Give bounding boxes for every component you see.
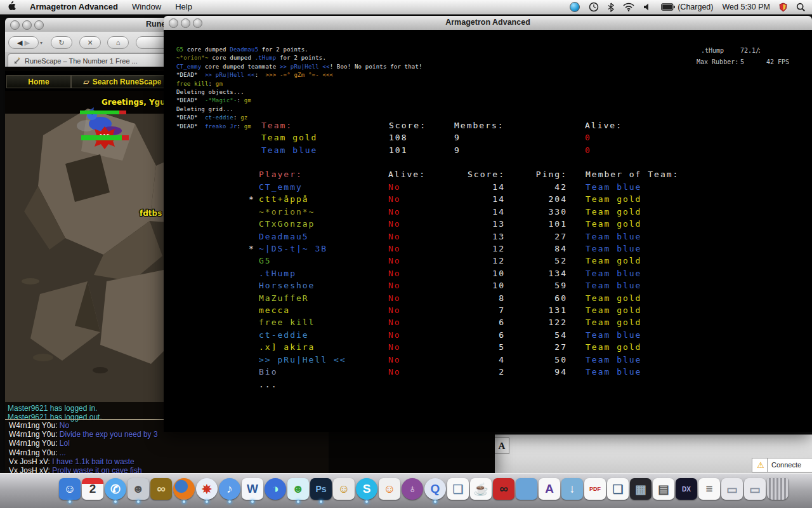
zoom-button[interactable] — [34, 20, 44, 30]
dock-item-text-doc[interactable]: ≡ — [698, 475, 721, 503]
dock-item-globe-megaphone[interactable]: ♁ — [401, 475, 424, 503]
tab-runescape[interactable]: RuneScape – The Number 1 Free ... — [8, 53, 171, 67]
menu-window[interactable]: Window — [125, 0, 168, 14]
player-label-text: fdtbs — [140, 209, 162, 218]
log-line: Master9621 has logged out. — [8, 413, 102, 422]
dock-item-photo-stack[interactable]: ❏ — [606, 475, 629, 503]
rs-home-button[interactable]: Home — [6, 75, 71, 88]
a-button[interactable]: A — [494, 438, 509, 454]
photo-stack-glyph: ❏ — [612, 482, 623, 497]
apple-menu[interactable] — [0, 0, 23, 14]
dock-item-skype[interactable]: S — [355, 475, 378, 503]
dock-item-finder[interactable]: ☺ — [58, 475, 81, 503]
player-ping: 101 — [519, 219, 567, 229]
player-alive: No — [388, 355, 401, 364]
bluetooth-icon[interactable] — [608, 3, 614, 12]
photoshop-glyph: Ps — [315, 484, 326, 494]
player-team: Team gold — [586, 293, 641, 303]
console-segment: CT_emmy — [176, 64, 201, 70]
word-glyph: W — [247, 482, 258, 496]
dock-item-coder-guy[interactable]: ☺ — [332, 475, 355, 503]
close-button[interactable] — [10, 20, 20, 30]
player-score: 14 — [430, 182, 505, 192]
battery-icon[interactable] — [661, 3, 675, 11]
stop-button[interactable]: ✕ — [79, 36, 101, 49]
player-ping: 122 — [519, 318, 567, 327]
console-line: Deleting objects... — [176, 89, 244, 95]
app-menu-title[interactable]: Armagetron Advanced — [23, 0, 125, 14]
player-row: free killNo6122Team gold — [164, 318, 812, 330]
chevron-down-icon[interactable]: ▾ — [40, 40, 43, 46]
dock-item-goggles-gold[interactable]: ∞ — [150, 475, 173, 503]
desktop: Pa A ⚠ Connecte Rune ◀ ▶ ▾ ↻ ✕ ⌂ RuneS — [0, 0, 812, 508]
alive-header: Alive: — [585, 121, 622, 130]
status-orb-icon[interactable] — [570, 2, 580, 12]
dock-item-photo-booth[interactable]: ❏ — [447, 475, 469, 503]
player-name: G5 — [259, 256, 272, 265]
window-stack-icon: ▭ — [721, 478, 743, 500]
dock-item-quicktime[interactable]: Q — [424, 475, 447, 503]
dock-item-ichat[interactable]: ✆ — [104, 475, 127, 503]
dock-item-pdf-doc[interactable]: PDF — [584, 475, 606, 503]
skype-icon: S — [356, 478, 377, 500]
menu-help[interactable]: Help — [168, 0, 199, 14]
dock-item-photoshop[interactable]: Ps — [310, 475, 332, 503]
shield-icon[interactable] — [779, 3, 787, 12]
wifi-icon[interactable] — [623, 3, 634, 11]
minimize-button[interactable] — [22, 20, 32, 30]
dock-item-divx[interactable]: DX — [675, 475, 698, 503]
player-row: CTxGonzapNo13101Team gold — [164, 219, 812, 231]
player-alive: No — [388, 318, 401, 327]
dock-item-folder-blue[interactable] — [515, 475, 538, 503]
reload-button[interactable]: ↻ — [51, 36, 72, 49]
home-button[interactable]: ⌂ — [107, 36, 129, 49]
dock-item-window-stack-2[interactable]: ▭ — [743, 475, 766, 503]
dock-item-msn-messenger[interactable]: ☻ — [287, 475, 310, 503]
back-icon[interactable]: ◀ — [17, 39, 22, 47]
dock-item-itunes[interactable]: ♪ — [218, 475, 241, 503]
volume-icon[interactable] — [643, 3, 652, 11]
dock-item-word[interactable]: W — [241, 475, 264, 503]
dock-item-ical[interactable]: 2 — [81, 475, 104, 503]
player-alive: No — [388, 293, 401, 303]
console-segment: for 2 points. — [276, 55, 326, 61]
running-indicator — [297, 500, 299, 503]
dock-item-window-stack[interactable]: ▭ — [721, 475, 743, 503]
forward-icon[interactable]: ▶ — [25, 39, 30, 47]
dock-item-firefox[interactable] — [173, 475, 195, 503]
dock-item-cheering-guy[interactable]: ☺ — [378, 475, 401, 503]
goggles-gold-icon: ∞ — [150, 478, 172, 500]
ag-titlebar[interactable]: Armagetron Advanced — [164, 16, 812, 30]
menu-clock[interactable]: Wed 5:30 PM — [722, 3, 770, 11]
hud-player-name: .tHump — [701, 47, 724, 54]
player-table-more: ... — [164, 380, 812, 392]
dock-item-chax[interactable]: ☻ — [127, 475, 150, 503]
console-segment: core dumped — [209, 55, 255, 61]
player-team: Team blue — [586, 281, 641, 290]
dock-item-goggles-red[interactable]: ∞ — [492, 475, 515, 503]
dock-item-trash[interactable] — [766, 475, 789, 503]
more-ellipsis: ... — [259, 380, 277, 389]
player-team: Team blue — [586, 330, 641, 340]
spotlight-icon[interactable] — [796, 3, 806, 12]
dock-item-app-a-doc[interactable]: A — [538, 475, 561, 503]
time-machine-icon[interactable] — [589, 2, 599, 12]
photoshop-icon: Ps — [310, 478, 332, 500]
rs-search-button[interactable]: ▱Search RuneScape — [71, 75, 174, 88]
console-line: free kill: gm — [176, 81, 223, 87]
player-name: .tHump — [259, 269, 296, 278]
back-forward-buttons[interactable]: ◀ ▶ — [8, 36, 39, 49]
dock-item-parallels-sphere[interactable]: ◑ — [264, 475, 287, 503]
dock-item-screenshot-stack[interactable]: ▦ — [629, 475, 652, 503]
console-segment: *DEAD* — [176, 72, 205, 78]
dock-item-poster-doc[interactable]: ▤ — [652, 475, 675, 503]
pdf-doc-icon: PDF — [584, 478, 606, 500]
dock-item-jar-file[interactable]: ☕ — [469, 475, 492, 503]
pdf-doc-glyph: PDF — [589, 486, 601, 492]
team-score: 108 — [389, 133, 407, 142]
dock-item-downloads-folder[interactable]: ↓ — [561, 475, 584, 503]
chat-sender: Vx JosH xV: — [9, 457, 50, 466]
dock-item-safari[interactable]: ✵ — [195, 475, 218, 503]
chat-sender: W4rn1ng Y0u: — [9, 421, 58, 430]
chat-line: W4rn1ng Y0u: Divide the exp you need by … — [9, 430, 158, 439]
